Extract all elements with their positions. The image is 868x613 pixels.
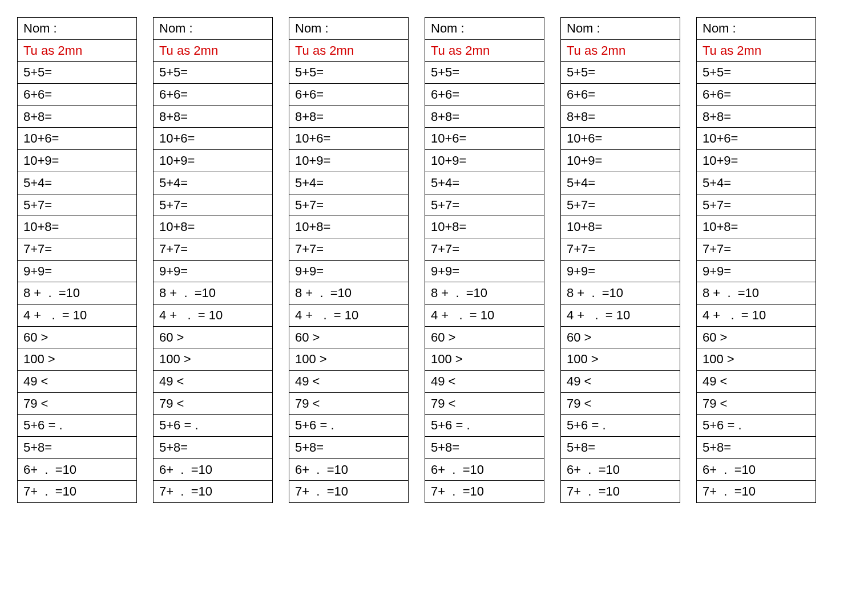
problem-row: 79 < xyxy=(561,393,680,415)
worksheet-card: Nom :Tu as 2mn5+5=6+6=8+8=10+6=10+9=5+4=… xyxy=(560,17,680,503)
name-field-row: Nom : xyxy=(289,18,408,40)
problem-row: 5+4= xyxy=(18,172,136,194)
problem-row: 9+9= xyxy=(154,261,272,283)
problem-row: 8 + . =10 xyxy=(561,282,680,305)
time-limit-row: Tu as 2mn xyxy=(697,40,815,62)
problem-row: 100 > xyxy=(697,348,815,371)
problem-row: 10+9= xyxy=(561,150,680,172)
problem-row: 60 > xyxy=(425,327,544,349)
problem-row: 7+7= xyxy=(154,238,272,261)
problem-row: 7+7= xyxy=(561,238,680,261)
problem-row: 5+4= xyxy=(697,172,815,194)
problem-row: 8+8= xyxy=(425,106,544,128)
problem-row: 60 > xyxy=(697,327,815,349)
problem-row: 4 + . = 10 xyxy=(18,305,136,327)
problem-row: 7+ . =10 xyxy=(425,481,544,502)
problem-row: 8+8= xyxy=(561,106,680,128)
problem-row: 79 < xyxy=(425,393,544,415)
problem-row: 5+6 = . xyxy=(18,415,136,437)
problem-row: 8 + . =10 xyxy=(154,282,272,305)
problem-row: 60 > xyxy=(154,327,272,349)
problem-row: 49 < xyxy=(289,371,408,393)
problem-row: 6+ . =10 xyxy=(18,459,136,481)
problem-row: 79 < xyxy=(154,393,272,415)
problem-row: 10+6= xyxy=(289,128,408,150)
problem-row: 7+ . =10 xyxy=(154,481,272,502)
problem-row: 49 < xyxy=(697,371,815,393)
problem-row: 5+8= xyxy=(425,437,544,459)
problem-row: 8+8= xyxy=(289,106,408,128)
problem-row: 49 < xyxy=(18,371,136,393)
problem-row: 5+6 = . xyxy=(154,415,272,437)
problem-row: 5+7= xyxy=(154,194,272,217)
problem-row: 6+ . =10 xyxy=(425,459,544,481)
problem-row: 5+5= xyxy=(18,62,136,84)
problem-row: 60 > xyxy=(561,327,680,349)
problem-row: 5+4= xyxy=(561,172,680,194)
problem-row: 49 < xyxy=(425,371,544,393)
problem-row: 49 < xyxy=(561,371,680,393)
problem-row: 6+6= xyxy=(289,84,408,106)
problem-row: 8 + . =10 xyxy=(18,282,136,305)
problem-row: 100 > xyxy=(425,348,544,371)
problem-row: 10+6= xyxy=(154,128,272,150)
problem-row: 100 > xyxy=(154,348,272,371)
problem-row: 79 < xyxy=(289,393,408,415)
name-field-row: Nom : xyxy=(697,18,815,40)
problem-row: 7+7= xyxy=(289,238,408,261)
problem-row: 4 + . = 10 xyxy=(154,305,272,327)
problem-row: 10+6= xyxy=(561,128,680,150)
problem-row: 5+5= xyxy=(425,62,544,84)
problem-row: 7+7= xyxy=(697,238,815,261)
problem-row: 5+8= xyxy=(697,437,815,459)
problem-row: 9+9= xyxy=(289,261,408,283)
problem-row: 6+6= xyxy=(18,84,136,106)
problem-row: 7+ . =10 xyxy=(561,481,680,502)
problem-row: 5+4= xyxy=(289,172,408,194)
name-field-row: Nom : xyxy=(154,18,272,40)
problem-row: 100 > xyxy=(561,348,680,371)
problem-row: 5+6 = . xyxy=(561,415,680,437)
problem-row: 8 + . =10 xyxy=(697,282,815,305)
problem-row: 10+9= xyxy=(289,150,408,172)
problem-row: 5+6 = . xyxy=(289,415,408,437)
problem-row: 5+5= xyxy=(154,62,272,84)
problem-row: 4 + . = 10 xyxy=(289,305,408,327)
problem-row: 4 + . = 10 xyxy=(697,305,815,327)
problem-row: 100 > xyxy=(18,348,136,371)
problem-row: 10+9= xyxy=(425,150,544,172)
problem-row: 5+6 = . xyxy=(697,415,815,437)
worksheet-card: Nom :Tu as 2mn5+5=6+6=8+8=10+6=10+9=5+4=… xyxy=(289,17,409,503)
worksheet-card: Nom :Tu as 2mn5+5=6+6=8+8=10+6=10+9=5+4=… xyxy=(17,17,137,503)
problem-row: 10+8= xyxy=(289,216,408,238)
worksheet-card: Nom :Tu as 2mn5+5=6+6=8+8=10+6=10+9=5+4=… xyxy=(153,17,273,503)
problem-row: 10+8= xyxy=(697,216,815,238)
problem-row: 6+6= xyxy=(697,84,815,106)
problem-row: 5+7= xyxy=(289,194,408,217)
problem-row: 7+7= xyxy=(18,238,136,261)
problem-row: 9+9= xyxy=(697,261,815,283)
problem-row: 9+9= xyxy=(18,261,136,283)
problem-row: 5+7= xyxy=(425,194,544,217)
problem-row: 10+8= xyxy=(154,216,272,238)
problem-row: 10+6= xyxy=(425,128,544,150)
problem-row: 10+8= xyxy=(561,216,680,238)
problem-row: 5+5= xyxy=(697,62,815,84)
problem-row: 5+4= xyxy=(425,172,544,194)
problem-row: 10+9= xyxy=(18,150,136,172)
problem-row: 10+9= xyxy=(154,150,272,172)
problem-row: 5+7= xyxy=(697,194,815,217)
problem-row: 100 > xyxy=(289,348,408,371)
problem-row: 79 < xyxy=(697,393,815,415)
problem-row: 6+ . =10 xyxy=(289,459,408,481)
problem-row: 5+5= xyxy=(289,62,408,84)
problem-row: 9+9= xyxy=(561,261,680,283)
problem-row: 4 + . = 10 xyxy=(425,305,544,327)
problem-row: 8+8= xyxy=(18,106,136,128)
worksheet-card: Nom :Tu as 2mn5+5=6+6=8+8=10+6=10+9=5+4=… xyxy=(425,17,544,503)
problem-row: 5+8= xyxy=(154,437,272,459)
name-field-row: Nom : xyxy=(18,18,136,40)
problem-row: 79 < xyxy=(18,393,136,415)
problem-row: 49 < xyxy=(154,371,272,393)
problem-row: 8+8= xyxy=(697,106,815,128)
